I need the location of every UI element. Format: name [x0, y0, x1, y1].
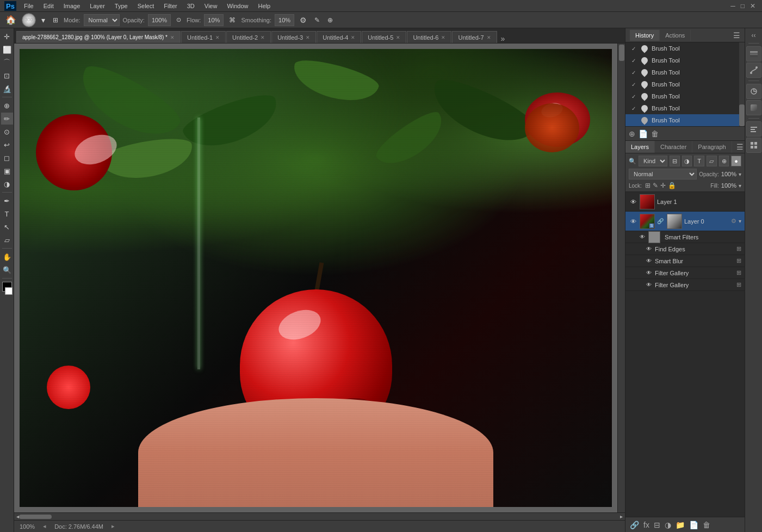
- styles-icon-btn[interactable]: [746, 100, 761, 115]
- properties-icon-btn[interactable]: [746, 121, 761, 137]
- filter-item-smart-blur[interactable]: 👁 Smart Blur ⊞: [625, 255, 745, 267]
- layer0-expand-btn[interactable]: ▾: [739, 218, 741, 224]
- tool-eyedropper[interactable]: 🔬: [1, 83, 13, 95]
- history-item-3[interactable]: ✓ Brush Tool: [625, 66, 745, 78]
- history-delete-btn[interactable]: 🗑: [651, 129, 659, 138]
- history-item-2[interactable]: ✓ Brush Tool: [625, 54, 745, 66]
- lock-checkerboard-btn[interactable]: ⊞: [645, 182, 651, 189]
- menu-type[interactable]: Type: [110, 2, 132, 10]
- history-item-5[interactable]: ✓ Brush Tool: [625, 90, 745, 102]
- layer-item-layer1[interactable]: 👁 Layer 1: [625, 192, 745, 212]
- canvas-wrapper[interactable]: [14, 44, 617, 512]
- tool-pen[interactable]: ✒: [1, 195, 13, 207]
- smoothing-value-btn[interactable]: 10%: [275, 14, 294, 26]
- layers-group-btn[interactable]: 📁: [676, 521, 685, 529]
- opacity-value-btn[interactable]: 100%: [148, 14, 171, 26]
- airbrush-btn[interactable]: ⌘: [227, 15, 238, 25]
- brush-preview[interactable]: 300: [22, 13, 36, 27]
- menu-layer[interactable]: Layer: [85, 2, 109, 10]
- history-item-7[interactable]: Brush Tool: [625, 114, 745, 126]
- tool-marquee[interactable]: ⬜: [1, 44, 13, 55]
- tab-u6-close[interactable]: ✕: [441, 35, 445, 40]
- menu-window[interactable]: Window: [222, 2, 252, 10]
- canvas-image[interactable]: [20, 49, 612, 507]
- layers-adjustment-btn[interactable]: ◑: [665, 521, 671, 529]
- maximize-btn[interactable]: □: [739, 2, 747, 10]
- layers-tab-paragraph[interactable]: Paragraph: [692, 141, 732, 153]
- tool-zoom[interactable]: 🔍: [1, 264, 13, 276]
- tab-u7-close[interactable]: ✕: [487, 35, 491, 40]
- tool-hand[interactable]: ✋: [1, 251, 13, 263]
- brush-picker-btn[interactable]: ▾: [39, 15, 47, 26]
- scrollbar-v-thumb[interactable]: [619, 45, 624, 61]
- history-new-doc-btn[interactable]: 📄: [639, 129, 648, 138]
- close-btn[interactable]: ✕: [748, 2, 758, 10]
- mode-select[interactable]: Normal: [84, 14, 120, 26]
- history-item-4[interactable]: ✓ Brush Tool: [625, 78, 745, 90]
- tab-untitled3[interactable]: Untitled-3 ✕: [271, 31, 316, 43]
- libraries-icon-btn[interactable]: [746, 138, 761, 153]
- background-color[interactable]: [5, 287, 13, 295]
- opacity-value[interactable]: 100%: [721, 171, 736, 177]
- layer1-eye[interactable]: 👁: [629, 197, 637, 206]
- menu-edit[interactable]: Edit: [39, 2, 58, 10]
- tab-untitled1[interactable]: Untitled-1 ✕: [181, 31, 226, 43]
- layer-item-layer0[interactable]: 👁 S 🔗 Layer 0 ⚙ ▾: [625, 212, 745, 231]
- layers-tab-layers[interactable]: Layers: [625, 141, 655, 153]
- menu-file[interactable]: File: [20, 2, 38, 10]
- history-item-1[interactable]: ✓ Brush Tool: [625, 42, 745, 54]
- layers-mask-btn[interactable]: ⊟: [654, 521, 660, 529]
- filter-icon-smart[interactable]: ⊕: [719, 156, 729, 166]
- tool-crop[interactable]: ⊡: [1, 70, 13, 82]
- tool-text[interactable]: T: [1, 208, 13, 220]
- lock-move-btn[interactable]: ✛: [660, 182, 666, 189]
- tab-u1-close[interactable]: ✕: [215, 35, 220, 40]
- tab-main[interactable]: apple-2788662_1280.jpg @ 100% (Layer 0, …: [16, 31, 181, 43]
- filter-toggle-btn[interactable]: ●: [731, 156, 741, 166]
- layers-delete-btn[interactable]: 🗑: [703, 521, 710, 529]
- filter-icon-adjust[interactable]: ◑: [682, 156, 692, 166]
- scroll-right-btn[interactable]: ▸: [620, 514, 623, 519]
- tab-untitled2[interactable]: Untitled-2 ✕: [226, 31, 271, 43]
- tab-untitled7[interactable]: Untitled-7 ✕: [452, 31, 497, 43]
- fe-settings-icon[interactable]: ⊞: [736, 245, 741, 252]
- channels-icon-btn[interactable]: [746, 46, 761, 61]
- layers-link-btn[interactable]: 🔗: [630, 521, 639, 529]
- status-arrow-right[interactable]: ▸: [111, 523, 115, 530]
- tool-clone[interactable]: ⊙: [1, 126, 13, 138]
- tool-dodge[interactable]: ◑: [1, 178, 13, 190]
- history-menu-btn[interactable]: ☰: [733, 31, 740, 40]
- opacity-arrow[interactable]: ▾: [739, 171, 741, 177]
- flow-value-btn[interactable]: 10%: [204, 14, 224, 26]
- sb-settings-icon[interactable]: ⊞: [736, 257, 741, 264]
- menu-view[interactable]: View: [200, 2, 222, 10]
- brush-settings-btn[interactable]: ⊞: [51, 15, 60, 25]
- filter-icon-type[interactable]: T: [694, 156, 704, 166]
- tab-overflow-btn[interactable]: »: [498, 34, 509, 43]
- layer0-settings-icon[interactable]: ⚙: [731, 218, 736, 225]
- tool-lasso[interactable]: ⌒: [1, 57, 13, 69]
- tool-move[interactable]: ✛: [1, 30, 13, 42]
- adjustments-icon-btn[interactable]: [746, 84, 761, 99]
- layers-filter-select[interactable]: Kind: [639, 156, 667, 166]
- tool-heal[interactable]: ⊕: [1, 100, 13, 112]
- scrollbar-vertical[interactable]: [617, 44, 625, 512]
- fill-value[interactable]: 100%: [721, 182, 736, 189]
- fg1-settings-icon[interactable]: ⊞: [736, 269, 741, 276]
- filter-icon-pixel[interactable]: ⊟: [670, 156, 680, 166]
- history-snapshot-btn[interactable]: ⊕: [629, 129, 635, 138]
- smart-filters-header[interactable]: 👁 Smart Filters: [625, 231, 745, 243]
- filter-item-gallery-1[interactable]: 👁 Filter Gallery ⊞: [625, 267, 745, 279]
- tool-shape[interactable]: ▱: [1, 234, 13, 246]
- history-scroll-thumb[interactable]: [739, 104, 745, 126]
- menu-select[interactable]: Select: [133, 2, 159, 10]
- sb-eye[interactable]: 👁: [645, 257, 653, 265]
- fg2-eye[interactable]: 👁: [645, 281, 653, 289]
- tool-gradient[interactable]: ▣: [1, 165, 13, 177]
- fg2-settings-icon[interactable]: ⊞: [736, 281, 741, 288]
- menu-filter[interactable]: Filter: [159, 2, 181, 10]
- tab-untitled4[interactable]: Untitled-4 ✕: [317, 31, 361, 43]
- menu-3d[interactable]: 3D: [183, 2, 199, 10]
- layers-fx-btn[interactable]: fx: [643, 521, 649, 529]
- tab-u3-close[interactable]: ✕: [306, 35, 310, 40]
